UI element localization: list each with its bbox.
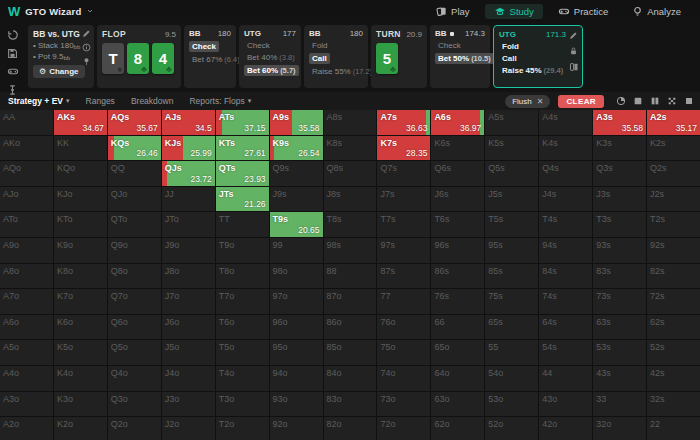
hand-cell-33[interactable]: 33 xyxy=(593,392,646,417)
hand-cell-65s[interactable]: 65s xyxy=(485,315,538,340)
action-check[interactable]: Check xyxy=(244,40,296,51)
hand-cell-QJo[interactable]: QJo xyxy=(108,187,161,212)
hand-cell-T4s[interactable]: T4s xyxy=(539,212,592,237)
hand-cell-KQs[interactable]: KQs26.46 xyxy=(108,136,161,161)
hand-cell-Q3o[interactable]: Q3o xyxy=(108,392,161,417)
action-fold[interactable]: Fold xyxy=(499,41,566,52)
hand-cell-92o[interactable]: 92o xyxy=(270,417,323,440)
hand-cell-A2s[interactable]: A2s35.17 xyxy=(647,110,700,135)
hand-cell-J7o[interactable]: J7o xyxy=(162,289,215,314)
hand-cell-J9s[interactable]: J9s xyxy=(270,187,323,212)
action-raise[interactable]: Raise 55%(17.2) xyxy=(309,66,363,77)
tab-reports-flops[interactable]: Reports: Flops▾ xyxy=(189,96,251,106)
hand-cell-Q5o[interactable]: Q5o xyxy=(108,340,161,365)
hand-cell-K6o[interactable]: K6o xyxy=(54,315,107,340)
nav-item-play[interactable]: Play xyxy=(427,4,478,19)
hand-cell-J3o[interactable]: J3o xyxy=(162,392,215,417)
hand-cell-43o[interactable]: 43o xyxy=(539,392,592,417)
filled-square-icon[interactable] xyxy=(684,96,694,106)
hand-cell-AQo[interactable]: AQo xyxy=(0,161,53,186)
hand-cell-T5o[interactable]: T5o xyxy=(216,340,269,365)
hand-cell-KQo[interactable]: KQo xyxy=(54,161,107,186)
hand-cell-72s[interactable]: 72s xyxy=(647,289,700,314)
hand-cell-Q8o[interactable]: Q8o xyxy=(108,264,161,289)
hand-cell-83o[interactable]: 83o xyxy=(324,392,377,417)
action-bet[interactable]: Bet 67%(6.4) xyxy=(189,54,231,65)
hand-cell-63s[interactable]: 63s xyxy=(593,315,646,340)
hand-cell-T6s[interactable]: T6s xyxy=(431,212,484,237)
pencil-icon[interactable] xyxy=(82,29,91,38)
hand-cell-T2o[interactable]: T2o xyxy=(216,417,269,440)
hand-cell-92s[interactable]: 92s xyxy=(647,238,700,263)
hand-cell-87o[interactable]: 87o xyxy=(324,289,377,314)
card-Ts[interactable]: T♠ xyxy=(102,43,124,74)
hand-cell-KTo[interactable]: KTo xyxy=(54,212,107,237)
hand-cell-T6o[interactable]: T6o xyxy=(216,315,269,340)
hand-cell-A6s[interactable]: A6s36.97 xyxy=(431,110,484,135)
card-4c[interactable]: 4♣ xyxy=(152,43,174,74)
card-8c[interactable]: 8♣ xyxy=(127,43,149,74)
close-icon[interactable]: ✕ xyxy=(537,97,544,106)
hand-cell-84o[interactable]: 84o xyxy=(324,366,377,391)
hand-cell-K8o[interactable]: K8o xyxy=(54,264,107,289)
hand-cell-QJs[interactable]: QJs23.72 xyxy=(162,161,215,186)
hand-cell-85o[interactable]: 85o xyxy=(324,340,377,365)
hand-cell-82s[interactable]: 82s xyxy=(647,264,700,289)
hand-cell-93o[interactable]: 93o xyxy=(270,392,323,417)
hand-cell-44[interactable]: 44 xyxy=(539,366,592,391)
sidebar-solution-slider-icon[interactable] xyxy=(6,84,20,96)
hand-cell-K4s[interactable]: K4s xyxy=(539,136,592,161)
hand-cell-97o[interactable]: 97o xyxy=(270,289,323,314)
sidebar-controller-icon[interactable] xyxy=(6,66,20,77)
hand-cell-A3s[interactable]: A3s35.58 xyxy=(593,110,646,135)
hand-cell-42o[interactable]: 42o xyxy=(539,417,592,440)
hand-cell-QQ[interactable]: QQ xyxy=(108,161,161,186)
hand-cell-74o[interactable]: 74o xyxy=(377,366,430,391)
hand-cell-Q9s[interactable]: Q9s xyxy=(270,161,323,186)
hand-cell-82o[interactable]: 82o xyxy=(324,417,377,440)
hand-cell-85s[interactable]: 85s xyxy=(485,264,538,289)
hand-cell-53o[interactable]: 53o xyxy=(485,392,538,417)
hand-cell-98s[interactable]: 98s xyxy=(324,238,377,263)
hand-cell-74s[interactable]: 74s xyxy=(539,289,592,314)
hand-cell-QTo[interactable]: QTo xyxy=(108,212,161,237)
hand-cell-AKs[interactable]: AKs34.67 xyxy=(54,110,107,135)
hand-cell-K2o[interactable]: K2o xyxy=(54,417,107,440)
hand-cell-A8s[interactable]: A8s xyxy=(324,110,377,135)
hand-cell-T4o[interactable]: T4o xyxy=(216,366,269,391)
hand-cell-95o[interactable]: 95o xyxy=(270,340,323,365)
change-button[interactable]: ⚙Change xyxy=(33,65,85,78)
hand-cell-22[interactable]: 22 xyxy=(647,417,700,440)
hand-cell-KJs[interactable]: KJs25.99 xyxy=(162,136,215,161)
hand-cell-A9o[interactable]: A9o xyxy=(0,238,53,263)
hand-cell-J4s[interactable]: J4s xyxy=(539,187,592,212)
hand-cell-AQs[interactable]: AQs35.67 xyxy=(108,110,161,135)
nav-item-analyze[interactable]: Analyze xyxy=(623,4,690,19)
hand-cell-K7s[interactable]: K7s28.35 xyxy=(377,136,430,161)
hand-cell-Q7o[interactable]: Q7o xyxy=(108,289,161,314)
hand-cell-76o[interactable]: 76o xyxy=(377,315,430,340)
hand-cell-KTs[interactable]: KTs27.61 xyxy=(216,136,269,161)
lock-icon[interactable] xyxy=(569,46,579,56)
hand-cell-KJo[interactable]: KJo xyxy=(54,187,107,212)
hand-cell-64s[interactable]: 64s xyxy=(539,315,592,340)
hand-cell-99[interactable]: 99 xyxy=(270,238,323,263)
hand-cell-62s[interactable]: 62s xyxy=(647,315,700,340)
grid-view-icon[interactable] xyxy=(667,96,677,106)
hand-cell-T8o[interactable]: T8o xyxy=(216,264,269,289)
hand-cell-K9s[interactable]: K9s26.54 xyxy=(270,136,323,161)
hand-cell-T9o[interactable]: T9o xyxy=(216,238,269,263)
hand-cell-AJo[interactable]: AJo xyxy=(0,187,53,212)
hand-cell-A6o[interactable]: A6o xyxy=(0,315,53,340)
hand-cell-ATs[interactable]: ATs37.15 xyxy=(216,110,269,135)
hand-cell-Q2s[interactable]: Q2s xyxy=(647,161,700,186)
tab-strategy-ev[interactable]: Strategy + EV▾ xyxy=(8,96,70,106)
pencil-icon[interactable] xyxy=(569,31,579,40)
action-fold[interactable]: Fold xyxy=(309,40,363,51)
hand-cell-J6o[interactable]: J6o xyxy=(162,315,215,340)
hand-cell-A5s[interactable]: A5s xyxy=(485,110,538,135)
hand-cell-Q5s[interactable]: Q5s xyxy=(485,161,538,186)
hand-cell-77[interactable]: 77 xyxy=(377,289,430,314)
hand-cell-K7o[interactable]: K7o xyxy=(54,289,107,314)
hand-cell-K2s[interactable]: K2s xyxy=(647,136,700,161)
